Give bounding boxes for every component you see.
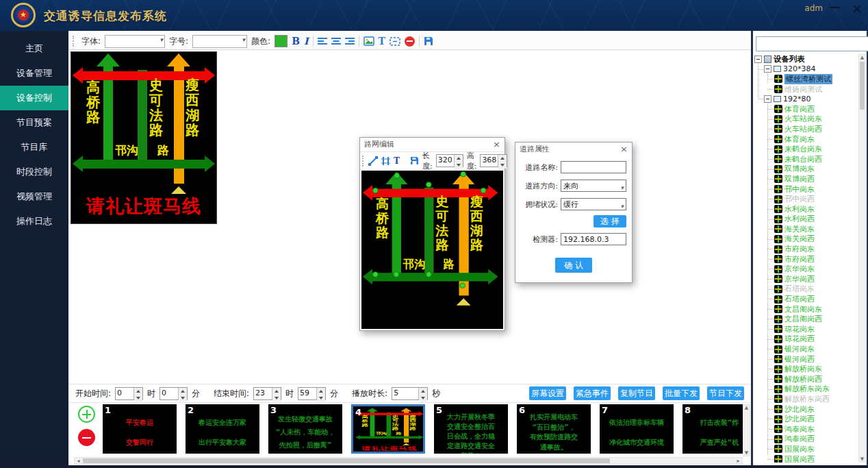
tree-device-item[interactable]: 海关岗东 <box>754 224 858 234</box>
spinner-icon[interactable] <box>178 388 187 399</box>
duration-input[interactable]: 5 <box>392 387 428 400</box>
program-thumbnail-1[interactable]: 1平安春运交警同行 <box>103 404 177 454</box>
detector-input[interactable]: 192.168.0.3 <box>561 233 626 245</box>
start-hour-input[interactable]: 0 <box>115 387 143 400</box>
scroll-up-icon[interactable]: ▲ <box>743 405 750 410</box>
spinner-icon[interactable] <box>418 388 427 399</box>
scroll-up-icon[interactable]: ▲ <box>859 55 865 60</box>
sidebar-item-6[interactable]: 视频管理 <box>0 184 68 209</box>
collapse-toggle-icon[interactable] <box>764 95 771 103</box>
action-button-0[interactable]: 屏幕设置 <box>529 386 566 400</box>
edit-handle[interactable] <box>394 173 400 179</box>
tree-device-item[interactable]: 鸿泰岗东 <box>754 424 858 434</box>
scroll-down-icon[interactable]: ▼ <box>859 456 865 462</box>
scrollbar-thumb[interactable] <box>83 458 610 463</box>
scroll-right-icon[interactable]: ▸ <box>735 458 742 464</box>
tree-group-0[interactable]: 320*384 <box>754 64 858 75</box>
spinner-icon[interactable] <box>498 155 507 167</box>
length-input[interactable]: 320 <box>436 154 463 167</box>
close-icon[interactable]: × <box>493 138 500 151</box>
sidebar-item-7[interactable]: 操作日志 <box>0 209 68 234</box>
action-button-1[interactable]: 紧急事件 <box>574 386 611 400</box>
tree-device-item[interactable]: 螺丝湾桥测试 <box>754 74 858 84</box>
collapse-toggle-icon[interactable] <box>754 56 762 63</box>
minimize-button[interactable]: — <box>829 0 841 14</box>
tree-device-item[interactable]: 市府岗西 <box>754 254 858 264</box>
tree-device-item[interactable]: 维扬岗测试 <box>754 84 858 95</box>
tree-device-item[interactable]: 琼花岗东 <box>754 324 858 334</box>
end-hour-input[interactable]: 23 <box>253 387 281 400</box>
height-input[interactable]: 368 <box>480 154 507 167</box>
tree-group-1[interactable]: 192*80 <box>754 94 858 104</box>
program-thumbnail-6[interactable]: 6扎实开展电动车“百日整治”，有效预防道路交通事故。 <box>517 404 591 454</box>
align-left-icon[interactable] <box>318 37 327 45</box>
close-icon[interactable]: × <box>620 143 628 156</box>
font-size-select[interactable]: ▾ <box>192 35 247 48</box>
remove-program-button[interactable] <box>78 429 95 446</box>
tree-device-item[interactable]: 京华岗东 <box>754 264 858 274</box>
road-name-input[interactable] <box>561 161 626 173</box>
scroll-left-icon[interactable]: ◂ <box>75 458 82 464</box>
select-detector-button[interactable]: 选 择 <box>593 215 626 227</box>
edit-handle[interactable] <box>426 271 432 278</box>
delete-icon[interactable] <box>405 36 415 47</box>
program-thumbnail-2[interactable]: 2春运安全连万家出行平安靠大家 <box>186 404 259 454</box>
tree-device-item[interactable]: 体育岗东 <box>754 134 858 145</box>
add-program-button[interactable] <box>78 406 95 423</box>
tree-device-item[interactable]: 来鹤台岗西 <box>754 154 858 164</box>
tree-device-item[interactable]: 国展岗西 <box>754 454 858 463</box>
tree-device-item[interactable]: 邗中岗西 <box>754 194 858 204</box>
color-swatch[interactable] <box>275 35 288 47</box>
text-tool-button[interactable]: T <box>394 156 400 166</box>
align-center-icon[interactable] <box>331 37 341 45</box>
edit-handle[interactable] <box>460 171 466 177</box>
program-thumbnail-8[interactable]: 8打击改装“炸严查严处“机 <box>682 404 743 454</box>
tree-device-item[interactable]: 火车站岗东 <box>754 114 858 125</box>
insert-image-icon[interactable] <box>363 36 374 46</box>
road-direction-select[interactable]: 来向 ▾ <box>561 180 626 192</box>
tree-device-item[interactable]: 解放桥东岗西 <box>754 394 858 404</box>
edit-handle[interactable] <box>459 282 465 288</box>
sidebar-item-1[interactable]: 设备管理 <box>0 61 68 86</box>
action-button-3[interactable]: 批量下发 <box>663 386 700 400</box>
sidebar-item-5[interactable]: 时段控制 <box>0 160 68 184</box>
close-button[interactable]: ✕ <box>852 1 863 16</box>
tree-device-item[interactable]: 银河岗东 <box>754 344 858 354</box>
tree-device-item[interactable]: 解放桥东岗东 <box>754 384 858 395</box>
confirm-button[interactable]: 确 认 <box>555 258 592 273</box>
sidebar-item-4[interactable]: 节目库 <box>0 135 68 160</box>
font-select[interactable]: ▾ <box>105 35 165 48</box>
tree-device-item[interactable]: 水利岗东 <box>754 204 858 214</box>
tree-device-item[interactable]: 银河岗西 <box>754 354 858 365</box>
tree-device-item[interactable]: 文昌阁岗西 <box>754 314 858 324</box>
screen-fit-icon[interactable] <box>390 37 400 46</box>
sidebar-item-2[interactable]: 设备控制 <box>0 86 68 110</box>
align-right-icon[interactable] <box>345 37 355 45</box>
tree-device-item[interactable]: 国展岗东 <box>754 444 858 454</box>
program-thumbnail-4[interactable]: 4 高桥路 史可法路 瘦西湖路 邗沟 路 请礼让斑马线 <box>351 404 425 454</box>
action-button-2[interactable]: 复制节目 <box>618 386 655 400</box>
sidebar-item-3[interactable]: 节目预案 <box>0 110 68 135</box>
spinner-icon[interactable] <box>316 388 325 399</box>
scroll-down-icon[interactable]: ▼ <box>743 450 750 456</box>
bold-button[interactable]: B <box>292 36 300 47</box>
tree-device-item[interactable]: 海关岗西 <box>754 234 858 245</box>
edit-handle[interactable] <box>426 182 432 188</box>
tree-device-item[interactable]: 火车站岗西 <box>754 124 858 134</box>
tree-device-item[interactable]: 京华岗西 <box>754 274 858 284</box>
edit-handle[interactable] <box>481 188 487 194</box>
tree-device-item[interactable]: 鸿泰岗西 <box>754 434 858 445</box>
start-minute-input[interactable]: 0 <box>159 387 188 400</box>
draw-road-icon[interactable] <box>381 156 390 166</box>
tree-device-item[interactable]: 解放桥岗东 <box>754 364 858 374</box>
tree-device-item[interactable]: 石塔岗东 <box>754 284 858 295</box>
draw-line-icon[interactable] <box>368 156 378 166</box>
device-search-input[interactable] <box>756 36 868 51</box>
edit-handle[interactable] <box>372 271 379 278</box>
spinner-icon[interactable] <box>133 388 142 399</box>
tree-device-item[interactable]: 双博岗东 <box>754 164 858 175</box>
tree-device-item[interactable]: 文昌阁岗东 <box>754 304 858 315</box>
program-thumbnail-3[interactable]: 3发生轻微交通事故“人未伤，车能动，先拍照，后撤离” <box>268 404 342 454</box>
tree-device-item[interactable]: 解放桥岗西 <box>754 374 858 384</box>
end-minute-input[interactable]: 59 <box>298 387 326 400</box>
